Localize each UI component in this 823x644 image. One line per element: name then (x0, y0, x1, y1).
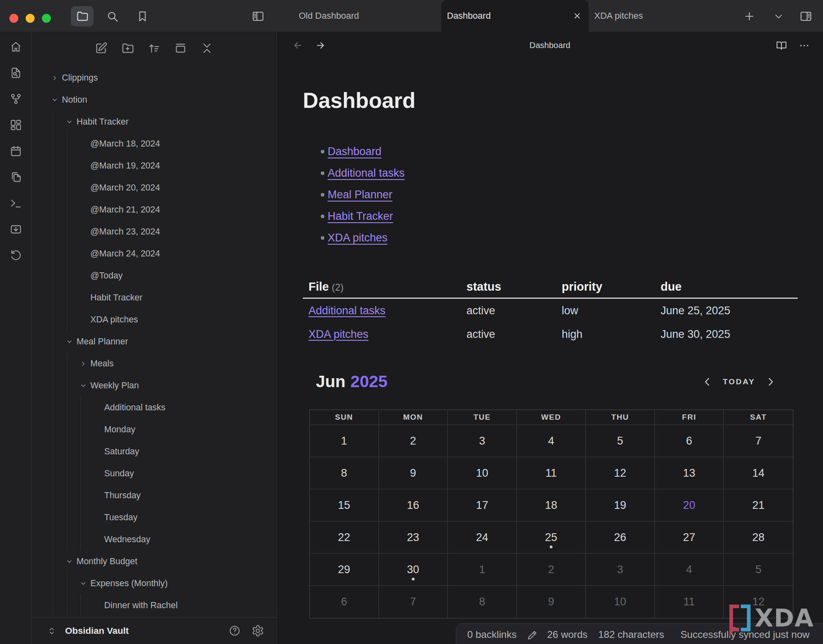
internal-link-habit-tracker[interactable]: Habit Tracker (328, 210, 393, 223)
calendar-day-26[interactable]: 26 (586, 521, 655, 554)
vault-switcher[interactable]: Obsidian Vault (32, 617, 276, 644)
calendar-day-9-next[interactable]: 9 (517, 586, 586, 618)
tree-item-today[interactable]: @Today (32, 265, 276, 287)
new-note-button[interactable] (94, 41, 108, 55)
file-link-additional-tasks[interactable]: Additional tasks (309, 304, 385, 317)
calendar-day-1-next[interactable]: 1 (448, 554, 517, 586)
calendar-day-11-next[interactable]: 11 (655, 586, 724, 618)
tree-item-additional-tasks[interactable]: Additional tasks (32, 396, 276, 418)
backlinks-count[interactable]: 0 backlinks (467, 629, 517, 640)
tab-old-dashboard[interactable]: Old Dashboard (285, 0, 441, 32)
calendar-day-21[interactable]: 21 (724, 489, 793, 521)
calendar-day-20[interactable]: 20 (655, 489, 724, 521)
calendar-next-button[interactable] (765, 376, 776, 388)
toggle-left-sidebar-button[interactable] (247, 6, 269, 26)
calendar-day-9[interactable]: 9 (379, 457, 448, 489)
tree-item-expenses-monthly[interactable]: Expenses (Monthly) (32, 572, 276, 594)
internal-link-meal-planner[interactable]: Meal Planner (328, 188, 392, 201)
tab-dashboard[interactable]: Dashboard (441, 0, 589, 32)
calendar-day-13[interactable]: 13 (655, 457, 724, 489)
sync-history-button[interactable] (0, 242, 32, 268)
calendar-day-3[interactable]: 3 (448, 425, 517, 457)
internal-link-additional-tasks[interactable]: Additional tasks (328, 167, 405, 180)
reading-mode-button[interactable] (776, 40, 787, 51)
calendar-day-18[interactable]: 18 (517, 489, 586, 521)
help-button[interactable] (228, 624, 241, 637)
card-view-button[interactable] (174, 41, 188, 55)
calendar-day-7-next[interactable]: 7 (379, 586, 448, 618)
import-button[interactable] (0, 216, 32, 242)
calendar-day-10-next[interactable]: 10 (586, 586, 655, 618)
tree-item-march-24-2024[interactable]: @March 24, 2024 (32, 243, 276, 265)
calendar-day-5[interactable]: 5 (586, 425, 655, 457)
tree-item-thursday[interactable]: Thursday (32, 484, 276, 506)
home-button[interactable] (0, 34, 32, 60)
daily-note-button[interactable] (0, 138, 32, 164)
calendar-day-11[interactable]: 11 (517, 457, 586, 489)
calendar-day-22[interactable]: 22 (310, 521, 379, 554)
calendar-day-23[interactable]: 23 (379, 521, 448, 554)
tree-item-march-21-2024[interactable]: @March 21, 2024 (32, 199, 276, 221)
calendar-day-16[interactable]: 16 (379, 489, 448, 521)
collapse-all-button[interactable] (200, 41, 214, 55)
tree-item-march-18-2024[interactable]: @March 18, 2024 (32, 133, 276, 155)
tree-item-sunday[interactable]: Sunday (32, 462, 276, 484)
tree-item-monday[interactable]: Monday (32, 418, 276, 440)
calendar-day-1[interactable]: 1 (310, 425, 379, 457)
close-window-button[interactable] (9, 14, 18, 23)
tree-item-clippings[interactable]: Clippings (32, 67, 276, 89)
settings-button[interactable] (252, 624, 264, 637)
sort-order-button[interactable] (147, 41, 161, 55)
file-link-xda-pitches[interactable]: XDA pitches (309, 328, 368, 340)
internal-link-xda-pitches[interactable]: XDA pitches (328, 232, 387, 244)
calendar-day-8-next[interactable]: 8 (448, 586, 517, 618)
maximize-window-button[interactable] (42, 14, 51, 23)
tree-item-xda-pitches[interactable]: XDA pitches (32, 309, 276, 331)
tree-item-tuesday[interactable]: Tuesday (32, 506, 276, 528)
dashboard-button[interactable] (0, 112, 32, 138)
calendar-today-button[interactable]: TODAY (723, 377, 755, 386)
new-tab-button[interactable] (739, 6, 760, 26)
calendar-day-30[interactable]: 30 (379, 554, 448, 586)
calendar-day-2[interactable]: 2 (379, 425, 448, 457)
tree-item-saturday[interactable]: Saturday (32, 440, 276, 462)
tree-item-monthly-budget[interactable]: Monthly Budget (32, 550, 276, 572)
calendar-day-24[interactable]: 24 (448, 521, 517, 554)
search-button[interactable] (101, 6, 124, 26)
close-tab-icon[interactable] (572, 11, 582, 21)
tree-item-habit-tracker[interactable]: Habit Tracker (32, 111, 276, 133)
new-folder-button[interactable] (121, 41, 135, 55)
calendar-day-12[interactable]: 12 (586, 457, 655, 489)
tab-xda-pitches[interactable]: XDA pitches (589, 0, 743, 32)
calendar-day-17[interactable]: 17 (448, 489, 517, 521)
calendar-day-29[interactable]: 29 (310, 554, 379, 586)
calendar-day-25[interactable]: 25 (517, 521, 586, 554)
calendar-day-28[interactable]: 28 (724, 521, 793, 554)
calendar-day-15[interactable]: 15 (310, 489, 379, 521)
templates-button[interactable] (0, 164, 32, 190)
tree-item-wednesday[interactable]: Wednesday (32, 528, 276, 550)
calendar-day-5-next[interactable]: 5 (724, 554, 793, 586)
tree-item-dinner-with-rachel[interactable]: Dinner with Rachel (32, 594, 276, 616)
calendar-day-8[interactable]: 8 (310, 457, 379, 489)
tree-item-meal-planner[interactable]: Meal Planner (32, 331, 276, 353)
tree-item-habit-tracker[interactable]: Habit Tracker (32, 287, 276, 309)
file-search-button[interactable] (0, 60, 32, 86)
tree-item-meals[interactable]: Meals (32, 353, 276, 375)
edit-mode-button[interactable] (527, 629, 537, 640)
calendar-day-10[interactable]: 10 (448, 457, 517, 489)
tree-item-march-23-2024[interactable]: @March 23, 2024 (32, 221, 276, 243)
calendar-day-14[interactable]: 14 (724, 457, 793, 489)
internal-link-dashboard[interactable]: Dashboard (328, 145, 381, 158)
calendar-day-27[interactable]: 27 (655, 521, 724, 554)
calendar-day-2-next[interactable]: 2 (517, 554, 586, 586)
tree-item-weekly-plan[interactable]: Weekly Plan (32, 375, 276, 396)
tree-item-march-19-2024[interactable]: @March 19, 2024 (32, 155, 276, 177)
tab-list-button[interactable] (768, 6, 789, 26)
tree-item-notion[interactable]: Notion (32, 89, 276, 111)
calendar-day-4[interactable]: 4 (517, 425, 586, 457)
calendar-prev-button[interactable] (702, 376, 713, 388)
calendar-day-7[interactable]: 7 (724, 425, 793, 457)
toggle-right-sidebar-button[interactable] (796, 6, 816, 26)
minimize-window-button[interactable] (26, 14, 35, 23)
